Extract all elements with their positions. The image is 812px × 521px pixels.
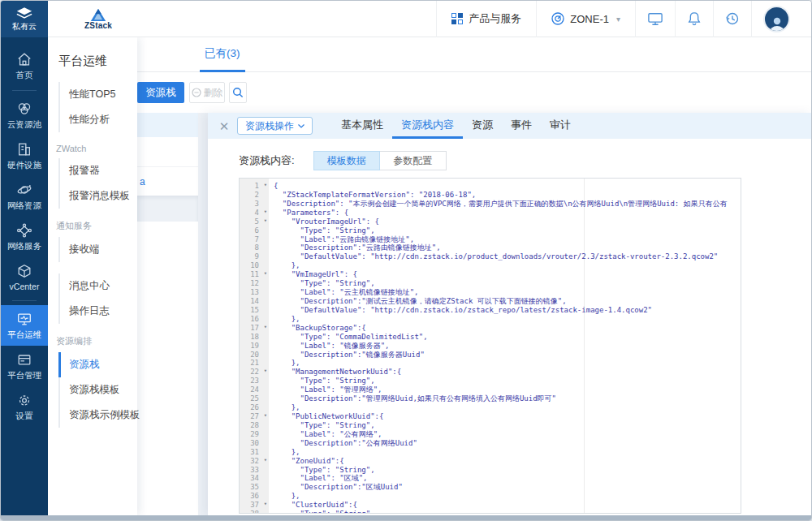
template-code-editor[interactable]: 1▾234▾5▾67891011▾121314151617▾1819202122… <box>239 178 741 514</box>
line-number: 30 <box>240 439 269 448</box>
stack-list-header <box>137 113 198 137</box>
sidebar-item-8[interactable]: 平台管理 <box>1 346 48 386</box>
line-number: 25 <box>240 394 269 403</box>
code-line: "ManagementNetworkUuid":{ <box>274 368 741 377</box>
search-button[interactable] <box>229 82 247 103</box>
drawer-tab[interactable]: 基本属性 <box>332 113 392 139</box>
sidebar-item-1[interactable]: 首页 <box>1 45 48 86</box>
fold-toggle-icon[interactable]: ▾ <box>264 500 267 509</box>
brand-block[interactable]: 私有云 <box>1 1 48 37</box>
horizontal-scrollbar[interactable] <box>1 515 812 521</box>
fold-toggle-icon[interactable]: ▾ <box>264 208 267 217</box>
code-line: "Label": "管理网络", <box>274 385 741 394</box>
segment-button[interactable]: 参数配置 <box>380 151 447 170</box>
avatar <box>765 7 788 31</box>
code-line: { <box>274 182 741 191</box>
code-line: "ClusterUuid":{ <box>274 501 741 510</box>
subnav-item[interactable]: 报警消息模板 <box>58 183 137 209</box>
history-clock-icon <box>725 11 740 26</box>
subnav-item[interactable]: 操作日志 <box>58 299 137 324</box>
fold-toggle-icon[interactable]: ▾ <box>264 323 267 332</box>
stack-list: a <box>137 113 198 515</box>
sidebar-item-4[interactable]: 网络资源 <box>1 176 48 217</box>
subnav-item[interactable]: 资源栈模板 <box>58 377 137 403</box>
fold-toggle-icon[interactable]: ▾ <box>264 411 267 420</box>
code-line: "ZStackTemplateFormatVersion": "2018-06-… <box>274 191 741 200</box>
zstack-logo[interactable]: ZStack <box>84 8 112 30</box>
sidebar-item-label: 硬件设施 <box>7 160 41 171</box>
code-line: "DefaultValue": "http://cdn.zstack.io/zs… <box>274 306 741 315</box>
fold-toggle-icon[interactable]: ▾ <box>264 269 267 278</box>
editor-gutter: 1▾234▾5▾67891011▾121314151617▾1819202122… <box>240 179 269 513</box>
drawer-tab[interactable]: 事件 <box>502 113 541 139</box>
sidebar-item-2[interactable]: 云资源池 <box>1 95 48 136</box>
table-row[interactable]: a <box>137 167 198 196</box>
zone-selector[interactable]: ZONE-1 ▾ <box>536 1 635 37</box>
subnav-item[interactable]: 报警器 <box>58 158 137 183</box>
editor-code[interactable]: { "ZStackTemplateFormatVersion": "2018-0… <box>269 179 741 513</box>
vcenter-icon <box>16 263 32 279</box>
code-line: "VrouterImageUrl": { <box>274 217 741 226</box>
subnav-item[interactable]: 性能分析 <box>58 107 137 132</box>
sidebar-item-3[interactable]: 硬件设施 <box>1 136 48 176</box>
fold-toggle-icon[interactable]: ▾ <box>264 456 267 465</box>
fold-toggle-icon[interactable]: ▾ <box>264 181 267 190</box>
close-icon[interactable]: ✕ <box>218 120 231 132</box>
user-menu[interactable] <box>751 1 812 37</box>
subnav-item[interactable]: 接收端 <box>58 237 137 262</box>
code-line: }, <box>274 261 741 270</box>
drawer-tab[interactable]: 审计 <box>541 113 580 139</box>
code-line: "BackupStorage":{ <box>274 324 741 333</box>
content-mode-segmented-control: 模板数据参数配置 <box>313 151 447 170</box>
stack-name-link[interactable]: a <box>137 176 145 187</box>
table-row[interactable] <box>137 137 198 167</box>
fold-toggle-icon[interactable]: ▾ <box>264 367 267 376</box>
code-line: "Type": "String", <box>274 421 741 430</box>
code-line: "Description":"镜像服务器Uuid" <box>274 351 741 360</box>
drawer-tab[interactable]: 资源 <box>463 113 502 139</box>
chevron-down-icon: ▾ <box>616 15 620 24</box>
history-button[interactable] <box>713 1 751 37</box>
create-stack-button[interactable]: 资源栈 <box>137 82 184 103</box>
sidebar-item-label: 设置 <box>16 411 33 422</box>
subnav-item[interactable]: 资源栈示例模板 <box>58 403 137 428</box>
line-number: 1▾ <box>240 182 269 191</box>
subnav-item[interactable]: 消息中心 <box>58 273 137 299</box>
list-gap <box>137 196 198 222</box>
stack-actions-dropdown[interactable]: 资源栈操作 <box>237 117 313 135</box>
hardware-icon <box>16 141 32 157</box>
subnav-item[interactable]: 性能TOP5 <box>58 82 137 107</box>
sidebar-item-9[interactable]: 设置 <box>1 386 48 427</box>
sidebar-divider <box>12 90 37 91</box>
line-number: 34 <box>240 474 269 483</box>
console-button[interactable] <box>635 1 675 37</box>
line-number: 2 <box>240 191 269 200</box>
segment-button[interactable]: 模板数据 <box>313 151 380 170</box>
sidebar-item-5[interactable]: 网络服务 <box>1 217 48 257</box>
code-line: "Description":"测试云主机镜像，请确定ZStack 可以下载下面链… <box>274 297 741 306</box>
products-services-menu[interactable]: 产品与服务 <box>436 1 536 37</box>
tab-existing-stacks[interactable]: 已有(3) <box>200 37 245 72</box>
zstack-logo-icon <box>90 8 106 22</box>
sidebar-item-7[interactable]: 平台运维 <box>1 305 48 346</box>
line-number: 18 <box>240 333 269 342</box>
chevron-down-icon <box>298 124 304 128</box>
code-line: "Type": "CommaDelimitedList", <box>274 333 741 342</box>
notifications-button[interactable] <box>675 1 713 37</box>
code-line: "Description":"管理网络Uuid,如果只有公有网络填入公有网络Uu… <box>274 394 741 403</box>
line-number: 19 <box>240 342 269 351</box>
products-services-label: 产品与服务 <box>469 11 521 26</box>
operations-subnav: 平台运维 性能TOP5性能分析ZWatch报警器报警消息模板通知服务接收端消息中… <box>48 37 137 515</box>
subnav-item[interactable]: 资源栈 <box>58 352 137 377</box>
fold-toggle-icon[interactable]: ▾ <box>264 217 267 226</box>
minus-circle-icon <box>192 88 201 97</box>
code-line: "Type": "String", <box>274 510 741 513</box>
code-line: "Description": "本示例会创建一个简单的VPC网络，需要用户提供下… <box>274 200 741 209</box>
sidebar-item-6[interactable]: vCenter <box>1 257 48 296</box>
delete-button[interactable]: 删除 <box>189 82 225 103</box>
drawer-tab[interactable]: 资源栈内容 <box>392 113 463 139</box>
zone-icon <box>551 12 564 25</box>
line-number: 14 <box>240 297 269 306</box>
line-number: 28 <box>240 421 269 430</box>
zstack-logo-text: ZStack <box>84 21 112 30</box>
